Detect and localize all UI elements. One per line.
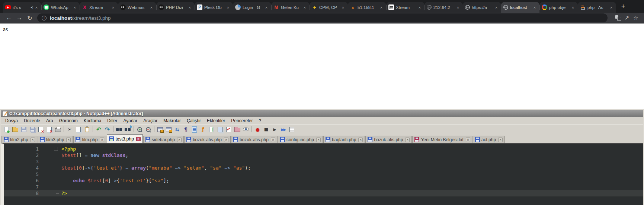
view-eye-icon[interactable] — [242, 126, 250, 133]
reload-icon[interactable]: ↻ — [25, 15, 35, 22]
folder-as-workspace-icon[interactable] — [233, 126, 241, 133]
tab-close-icon[interactable]: × — [340, 5, 346, 10]
menu-grnm[interactable]: Görünüm — [56, 118, 81, 124]
code-line[interactable]: 2$test[] = new stdClass; — [4, 152, 643, 158]
menu-aralar[interactable]: Araçlar — [140, 118, 160, 124]
menu-ara[interactable]: Ara — [43, 118, 56, 124]
macro-stop-icon[interactable]: ■ — [262, 126, 270, 133]
browser-tab[interactable]: 212.64.2× — [424, 2, 463, 13]
tab-close-icon[interactable]: × — [379, 5, 384, 10]
code-line[interactable]: 4$test[0]->{'test et'} = array("meraba" … — [4, 165, 643, 171]
code-line[interactable]: 7 — [4, 184, 643, 190]
file-tab[interactable]: baglanti.php× — [323, 136, 365, 143]
file-tab-close-icon[interactable]: × — [177, 138, 182, 142]
file-tab-close-icon[interactable]: × — [358, 138, 363, 142]
close-icon[interactable] — [37, 126, 45, 133]
file-tab-close-icon[interactable]: × — [405, 138, 410, 142]
tab-close-icon[interactable]: × — [609, 5, 614, 10]
address-bar[interactable]: i localhost/xtream/test3.php — [37, 13, 608, 22]
copy-icon[interactable] — [74, 126, 82, 133]
file-tab[interactable]: bozuk-afis.php× — [184, 136, 231, 143]
redo-icon[interactable]: ↷ — [103, 126, 111, 133]
paste-icon[interactable] — [83, 126, 91, 133]
tab-close-icon[interactable]: × — [34, 5, 39, 10]
bookmark-star-icon[interactable]: ☆ — [631, 14, 640, 22]
code-line[interactable]: 3 — [4, 158, 643, 165]
file-tab[interactable]: act.php× — [473, 136, 505, 143]
browser-tab[interactable]: https://a× — [463, 2, 501, 13]
notepad-title-bar[interactable]: C:\xampp\htdocs\xtream\test3.php - Notep… — [1, 110, 643, 117]
new-tab-button[interactable]: + — [618, 1, 628, 11]
file-tab-close-icon[interactable]: × — [31, 138, 35, 142]
close-all-icon[interactable] — [45, 126, 53, 133]
menu-makrolar[interactable]: Makrolar — [160, 118, 184, 124]
save-all-icon[interactable] — [28, 126, 36, 133]
macro-play-icon[interactable]: ▶ — [271, 126, 279, 133]
browser-tab[interactable]: Xtream× — [386, 2, 424, 13]
tab-close-icon[interactable]: × — [149, 5, 154, 10]
browser-tab[interactable]: it's s◄)× — [3, 2, 41, 13]
file-tab[interactable]: film.php× — [73, 136, 106, 143]
file-tab[interactable]: test3.php× — [107, 134, 142, 143]
file-tab[interactable]: film2.php× — [1, 136, 37, 143]
tab-close-icon[interactable]: × — [417, 5, 422, 10]
document-map-icon[interactable] — [208, 126, 215, 133]
file-tab-close-icon[interactable]: × — [316, 138, 321, 142]
browser-tab[interactable]: +CPM, CP× — [310, 2, 348, 13]
tab-close-icon[interactable]: × — [570, 5, 576, 10]
tab-close-icon[interactable]: × — [187, 5, 192, 10]
browser-tab[interactable]: PPlesk Ob× — [195, 2, 233, 13]
file-tab[interactable]: Yeni Metin Belgesi.txt× — [412, 136, 472, 143]
file-tab[interactable]: config.inc.php× — [278, 136, 323, 143]
forward-icon[interactable]: → — [14, 15, 25, 21]
menu-ayarlar[interactable]: Ayarlar — [120, 118, 140, 124]
save-icon[interactable] — [20, 126, 28, 133]
tab-close-icon[interactable]: × — [110, 5, 116, 10]
menu-diller[interactable]: Diller — [104, 118, 120, 124]
code-editor[interactable]: 1<?php2$test[] = new stdClass;34$test[0]… — [1, 143, 643, 205]
print-icon[interactable] — [54, 126, 62, 133]
code-line[interactable]: 8?> — [4, 190, 643, 196]
tab-close-icon[interactable]: × — [494, 5, 499, 10]
file-tab[interactable]: film3.php× — [38, 136, 73, 143]
tab-close-icon[interactable]: × — [264, 5, 269, 10]
site-info-icon[interactable]: i — [42, 16, 47, 20]
file-tab[interactable]: bozuk-afis.php× — [365, 136, 412, 143]
cut-icon[interactable]: ✂ — [66, 126, 74, 133]
edit-marker-icon[interactable] — [225, 126, 233, 133]
open-folder-icon[interactable] — [11, 126, 19, 133]
menu-pencereler[interactable]: Pencereler — [228, 118, 256, 124]
browser-tab[interactable]: ☎WhatsAp× — [41, 2, 80, 13]
menu-altr[interactable]: Çalıştır — [184, 118, 204, 124]
menu-eklentiler[interactable]: Eklentiler — [204, 118, 228, 124]
tab-close-icon[interactable]: × — [455, 5, 461, 10]
word-wrap-icon[interactable]: ⇆ — [173, 126, 181, 133]
menu-help[interactable]: ? — [256, 118, 264, 124]
file-tab-close-icon[interactable]: × — [136, 137, 141, 141]
macro-save-icon[interactable] — [288, 126, 296, 133]
macro-record-icon[interactable]: ● — [254, 126, 262, 133]
browser-tab[interactable]: MGelen Ku× — [271, 2, 310, 13]
show-all-characters-icon[interactable]: ¶ — [182, 126, 190, 133]
code-line[interactable]: 6 echo $test[0]->{'test et'}["sa"]; — [4, 177, 643, 184]
browser-tab[interactable]: ▲51.158.1× — [348, 2, 386, 13]
tab-close-icon[interactable]: × — [302, 5, 307, 10]
code-line[interactable]: 5 — [4, 171, 643, 177]
file-tab-close-icon[interactable]: × — [100, 138, 104, 142]
browser-tab[interactable]: Login - G× — [233, 2, 271, 13]
file-tab-close-icon[interactable]: × — [66, 138, 71, 142]
browser-tab[interactable]: Webmas× — [118, 2, 156, 13]
browser-tab[interactable]: XXtream× — [80, 2, 118, 13]
file-tab-close-icon[interactable]: × — [271, 138, 275, 142]
find-icon[interactable] — [115, 126, 123, 133]
back-icon[interactable]: ← — [4, 15, 14, 21]
menu-dosya[interactable]: Dosya — [2, 118, 21, 124]
sync-horizontal-icon[interactable] — [165, 126, 173, 133]
browser-tab[interactable]: PHP Dizi× — [156, 2, 195, 13]
macro-run-multiple-icon[interactable]: ▶▶ — [279, 126, 287, 133]
file-tab-close-icon[interactable]: × — [498, 138, 503, 142]
sync-vertical-icon[interactable] — [156, 126, 164, 133]
tab-close-icon[interactable]: × — [72, 5, 77, 10]
file-tab-close-icon[interactable]: × — [224, 138, 228, 142]
replace-icon[interactable] — [124, 126, 132, 133]
